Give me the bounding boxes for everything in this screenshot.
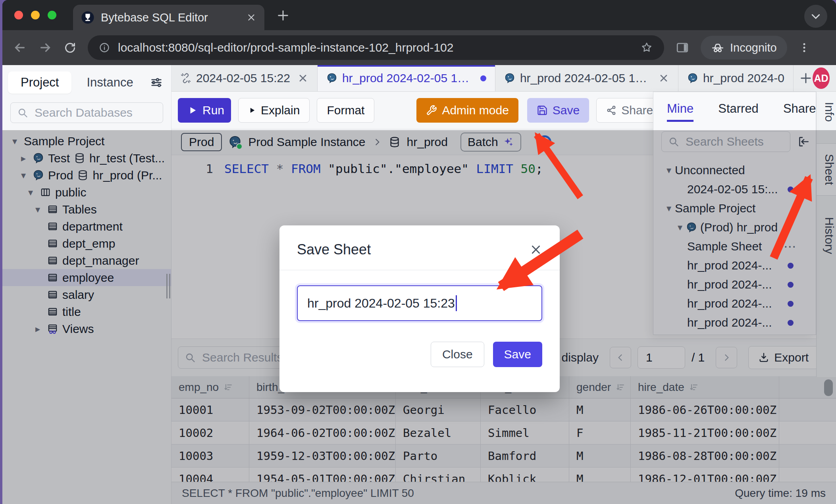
browser-tab-title: Bytebase SQL Editor [101, 11, 240, 24]
explain-label: Explain [261, 104, 300, 117]
editor-tabbar: 2024-02-05 15:22hr_prod 2024-02-05 15:23… [171, 65, 836, 92]
user-avatar[interactable]: AD [813, 67, 830, 89]
tab-search-button[interactable] [804, 5, 827, 28]
editor-tab[interactable]: 2024-02-05 15:22 [171, 65, 318, 91]
editor-tab[interactable]: hr_prod 2024-0 [678, 65, 794, 91]
sheet-name-value: hr_prod 2024-02-05 15:23 [307, 296, 455, 311]
incognito-icon [711, 41, 724, 54]
modal-save-button[interactable]: Save [493, 342, 542, 367]
postgresql-icon [326, 73, 337, 84]
browser-navbar: localhost:8080/sql-editor/prod-sample-in… [2, 30, 836, 65]
forward-icon[interactable] [38, 40, 52, 55]
close-browser-tab-icon[interactable] [246, 12, 256, 23]
sheet-tab-mine[interactable]: Mine [667, 102, 693, 122]
editor-tab[interactable]: hr_prod 2024-02-05 15:43 [495, 65, 678, 91]
search-icon [17, 107, 28, 118]
database-search-input[interactable] [34, 106, 156, 120]
close-icon[interactable] [530, 243, 542, 256]
modal-close-button[interactable]: Close [431, 342, 484, 367]
modal-save-label: Save [504, 348, 531, 361]
tab-instance[interactable]: Instance [74, 71, 146, 94]
format-button[interactable]: Format [317, 98, 374, 123]
save-sheet-modal: Save Sheet hr_prod 2024-02-05 15:23 Clos… [279, 225, 560, 392]
format-label: Format [327, 104, 364, 117]
side-panel-icon[interactable] [675, 40, 690, 55]
database-search[interactable] [10, 102, 163, 123]
admin-mode-button[interactable]: Admin mode [416, 98, 518, 123]
close-tab-icon[interactable] [297, 73, 308, 84]
floppy-save-icon [537, 105, 548, 116]
play-outline-icon [248, 106, 256, 114]
editor-tab-label: 2024-02-05 15:22 [196, 71, 290, 85]
unlink-icon [180, 73, 191, 84]
run-button[interactable]: Run [178, 98, 231, 123]
sheet-tab-starred[interactable]: Starred [718, 102, 759, 122]
editor-tab-label: hr_prod 2024-02-05 15:43 [520, 71, 651, 85]
tab-project[interactable]: Project [8, 71, 71, 94]
window-zoom-button[interactable] [48, 11, 56, 19]
save-label: Save [553, 104, 580, 117]
run-label: Run [202, 104, 224, 117]
site-info-icon[interactable] [99, 42, 110, 53]
sheet-tab-share[interactable]: Share [783, 102, 816, 122]
browser-tab[interactable]: Bytebase SQL Editor [73, 5, 264, 30]
bytebase-favicon-icon [81, 11, 94, 24]
window-minimize-button[interactable] [31, 11, 40, 19]
bookmark-star-icon[interactable] [640, 41, 653, 54]
window-controls [14, 0, 56, 30]
filter-sliders-icon[interactable] [150, 76, 163, 89]
modal-title: Save Sheet [297, 241, 371, 258]
new-browser-tab-icon[interactable] [276, 9, 290, 22]
text-cursor [456, 295, 457, 311]
browser-tabstrip: Bytebase SQL Editor [2, 0, 836, 30]
editor-tab-label: hr_prod 2024-0 [703, 71, 784, 85]
editor-tab[interactable]: hr_prod 2024-02-05 15:23 [318, 65, 495, 91]
editor-tab-label: hr_prod 2024-02-05 15:23 [342, 71, 473, 85]
share-label: Share [621, 104, 653, 117]
unsaved-indicator [480, 75, 486, 81]
wrench-icon [426, 105, 437, 116]
save-button[interactable]: Save [527, 98, 589, 123]
incognito-label: Incognito [730, 41, 777, 54]
incognito-badge: Incognito [701, 36, 787, 60]
chevron-down-icon [810, 10, 822, 22]
sidebar-tabs: Project Instance [8, 71, 166, 94]
close-tab-icon[interactable] [658, 73, 669, 84]
sheet-name-input[interactable]: hr_prod 2024-02-05 15:23 [297, 285, 542, 321]
vertical-tab-info[interactable]: Info [817, 92, 836, 132]
new-sheet-tab-icon[interactable] [799, 71, 813, 85]
share-icon [606, 105, 616, 115]
play-icon [187, 105, 198, 115]
url-text: localhost:8080/sql-editor/prod-sample-in… [118, 41, 632, 54]
browser-menu-icon[interactable] [798, 42, 810, 54]
window-close-button[interactable] [14, 11, 23, 19]
reload-icon[interactable] [64, 41, 77, 54]
browser-window: Bytebase SQL Editor localho [2, 0, 836, 504]
postgresql-icon [504, 73, 515, 84]
modal-close-label: Close [442, 348, 473, 361]
postgresql-icon [687, 73, 698, 84]
admin-mode-label: Admin mode [442, 104, 509, 117]
sheet-panel-tabs: MineStarredShare [653, 92, 816, 126]
explain-button[interactable]: Explain [238, 98, 310, 123]
url-bar[interactable]: localhost:8080/sql-editor/prod-sample-in… [88, 35, 664, 60]
back-icon[interactable] [13, 40, 27, 55]
